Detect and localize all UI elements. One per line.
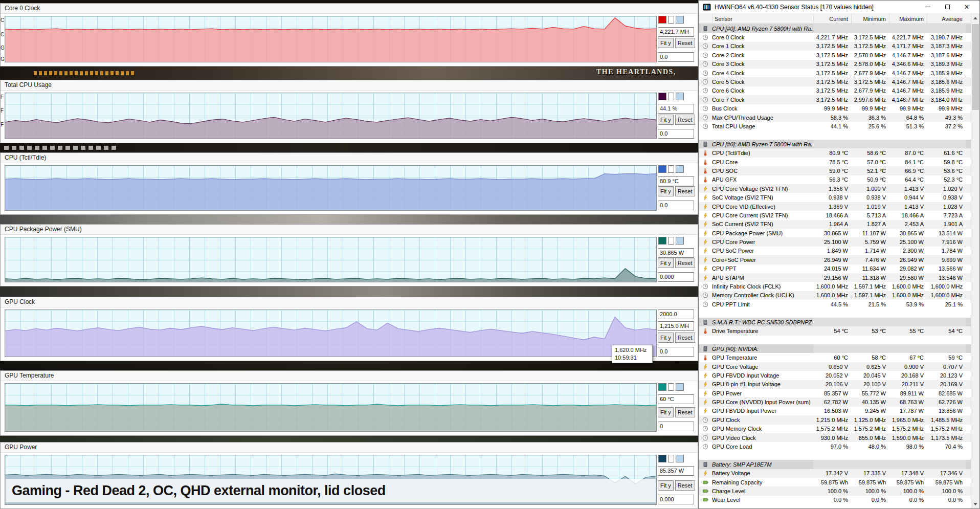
fit-y-button[interactable]: Fit y	[658, 115, 674, 125]
graph-plot-area[interactable]	[5, 237, 657, 282]
table-row[interactable]: Core 7 Clock3,172.5 MHz2,997.6 MHz4,146.…	[699, 95, 971, 104]
reset-button[interactable]: Reset	[675, 115, 695, 125]
table-row[interactable]: CPU Package Power (SMU)30.865 W11.187 W3…	[699, 229, 971, 237]
column-header-average[interactable]: Average	[927, 14, 966, 24]
series-style-box[interactable]	[668, 383, 674, 391]
table-row[interactable]: GPU Temperature60 °C58 °C67 °C59 °C	[699, 353, 971, 362]
series-style-controls[interactable]	[658, 165, 684, 173]
table-group-row[interactable]: GPU [#0]: NVIDIA:	[699, 344, 971, 353]
graph-plot-area[interactable]	[5, 165, 657, 211]
graph-window-title[interactable]: Total CPU Usage	[1, 80, 698, 91]
series-color-swatch[interactable]	[658, 165, 666, 173]
column-header-minimum[interactable]: Minimum	[851, 14, 889, 24]
series-color-swatch[interactable]	[658, 237, 666, 245]
table-row[interactable]: Drive Temperature54 °C53 °C55 °C54 °C	[699, 326, 971, 335]
table-group-row[interactable]: Battery: SMP AP18E7M	[699, 460, 971, 469]
table-row[interactable]: CPU PPT Limit44.5 %21.5 %53.9 %25.1 %	[699, 300, 971, 308]
table-row[interactable]: Core 0 Clock4,221.7 MHz3,172.5 MHz4,221.…	[699, 33, 971, 41]
y-axis-min-input[interactable]: 0.000	[658, 495, 694, 504]
table-row[interactable]: Charge Level100.0 %100.0 %100.0 %100.0 %	[699, 486, 971, 495]
fit-y-button[interactable]: Fit y	[658, 407, 674, 417]
y-axis-min-input[interactable]: 0	[658, 422, 694, 431]
graph-plot-area[interactable]	[5, 93, 657, 139]
column-header-maximum[interactable]: Maximum	[889, 14, 927, 24]
graph-window-title[interactable]: CPU Package Power (SMU)	[1, 225, 698, 235]
background-color-swatch[interactable]	[676, 16, 684, 24]
table-row[interactable]: Infinity Fabric Clock (FCLK)1,600.0 MHz1…	[699, 282, 971, 291]
table-row[interactable]: CPU PPT24.015 W11.634 W29.082 W13.566 W	[699, 264, 971, 273]
table-group-row[interactable]: CPU [#0]: AMD Ryzen 7 5800H with Ra...	[699, 140, 971, 148]
table-row[interactable]: CPU SoC Power1.849 W1.714 W2.300 W1.784 …	[699, 247, 971, 255]
background-color-swatch[interactable]	[676, 93, 684, 100]
series-style-controls[interactable]	[658, 383, 684, 391]
fit-y-button[interactable]: Fit y	[658, 333, 674, 343]
graph-plot-area[interactable]: Gaming - Red Dead 2, OC, QHD external mo…	[5, 455, 657, 505]
table-group-row[interactable]: CPU [#0]: AMD Ryzen 7 5800H with Ra...	[699, 24, 971, 33]
background-color-swatch[interactable]	[676, 383, 684, 391]
table-row[interactable]: SoC Voltage (SVI2 TFN)0.938 V0.938 V0.94…	[699, 193, 971, 202]
table-row[interactable]: Remaining Capacity59.875 Wh59.875 Wh59.8…	[699, 478, 971, 486]
graph-window-title[interactable]: GPU Temperature	[1, 371, 698, 381]
current-value-box[interactable]: 80.9 °C	[658, 176, 694, 186]
y-axis-min-input[interactable]: 0.0	[658, 201, 694, 210]
scrollbar-down-arrow[interactable]	[971, 500, 979, 508]
graph-window-title[interactable]: Core 0 Clock	[1, 4, 698, 14]
series-style-box[interactable]	[668, 16, 674, 24]
series-style-box[interactable]	[668, 455, 674, 462]
fit-y-button[interactable]: Fit y	[658, 480, 674, 491]
fit-y-button[interactable]: Fit y	[658, 258, 674, 268]
table-row[interactable]: Total CPU Usage44.1 %25.6 %51.3 %37.2 %	[699, 122, 971, 130]
table-row[interactable]: Battery Voltage17.342 V17.335 V17.348 V1…	[699, 469, 971, 478]
table-row[interactable]: Core 2 Clock3,172.5 MHz2,578.0 MHz4,146.…	[699, 51, 971, 59]
table-row[interactable]: CPU Core78.5 °C57.0 °C84.1 °C59.8 °C	[699, 158, 971, 166]
series-style-controls[interactable]	[658, 16, 684, 24]
graph-window-title[interactable]: GPU Clock	[1, 297, 698, 307]
table-row[interactable]: GPU Core Load97.0 %48.0 %98.0 %70.4 %	[699, 442, 971, 451]
table-row[interactable]: APU GFX56.3 °C50.9 °C64.4 °C52.3 °C	[699, 175, 971, 184]
series-color-swatch[interactable]	[658, 383, 666, 391]
y-axis-min-input[interactable]: 0.0	[658, 52, 694, 62]
graph-window-title[interactable]: GPU Power	[1, 442, 698, 453]
scrollbar-thumb[interactable]	[972, 24, 979, 110]
current-value-box[interactable]: 30.865 W	[658, 248, 694, 258]
table-row[interactable]: CPU (Tctl/Tdie)80.9 °C58.6 °C87.0 °C61.6…	[699, 148, 971, 157]
table-row[interactable]: GPU FBVDD Input Power16.503 W9.245 W17.7…	[699, 407, 971, 415]
reset-button[interactable]: Reset	[675, 480, 695, 491]
table-row[interactable]: Core 6 Clock3,172.5 MHz2,677.9 MHz4,146.…	[699, 86, 971, 95]
table-row[interactable]: Bus Clock99.9 MHz99.9 MHz99.9 MHz99.9 MH…	[699, 104, 971, 113]
series-color-swatch[interactable]	[658, 16, 666, 24]
y-axis-min-input[interactable]: 0.0	[658, 347, 694, 357]
table-row[interactable]: Core 1 Clock3,172.5 MHz3,172.5 MHz4,171.…	[699, 42, 971, 51]
fit-y-button[interactable]: Fit y	[658, 38, 674, 48]
maximize-button[interactable]	[938, 1, 957, 13]
table-row[interactable]: CPU Core VID (Effective)1.369 V1.019 V1.…	[699, 202, 971, 211]
series-style-box[interactable]	[668, 93, 674, 100]
close-button[interactable]: ×	[957, 1, 976, 13]
graph-plot-area[interactable]	[5, 383, 657, 432]
table-row[interactable]: Core 4 Clock3,172.5 MHz2,677.9 MHz4,146.…	[699, 69, 971, 77]
table-row[interactable]: GPU FBVDD Input Voltage20.052 V20.045 V2…	[699, 371, 971, 380]
table-row[interactable]: Max CPU/Thread Usage58.3 %36.3 %64.8 %49…	[699, 113, 971, 122]
reset-button[interactable]: Reset	[675, 333, 695, 343]
series-color-swatch[interactable]	[658, 93, 666, 100]
y-axis-max-input[interactable]: 2000.0	[658, 309, 694, 319]
table-row[interactable]: CPU Core Current (SVI2 TFN)18.466 A5.713…	[699, 211, 971, 219]
table-row[interactable]: SoC Current (SVI2 TFN)1.964 A1.827 A2.45…	[699, 220, 971, 229]
series-style-controls[interactable]	[658, 93, 684, 100]
table-group-row[interactable]: S.M.A.R.T.: WDC PC SN530 SDBPNPZ-...	[699, 318, 971, 326]
minimize-button[interactable]	[918, 1, 938, 13]
reset-button[interactable]: Reset	[675, 258, 695, 268]
table-row[interactable]: CPU Core Voltage (SVI2 TFN)1.356 V1.000 …	[699, 184, 971, 193]
y-axis-min-input[interactable]: 0.0	[658, 129, 694, 139]
reset-button[interactable]: Reset	[675, 186, 695, 196]
current-value-box[interactable]: 44.1 %	[658, 104, 694, 114]
series-style-box[interactable]	[668, 237, 674, 245]
column-header-sensor[interactable]: Sensor	[712, 14, 813, 24]
reset-button[interactable]: Reset	[675, 407, 695, 417]
table-row[interactable]: GPU 8-pin #1 Input Voltage20.106 V20.100…	[699, 380, 971, 389]
background-color-swatch[interactable]	[676, 165, 684, 173]
reset-button[interactable]: Reset	[675, 38, 695, 48]
fit-y-button[interactable]: Fit y	[658, 186, 674, 196]
background-color-swatch[interactable]	[676, 237, 684, 245]
current-value-box[interactable]: 60 °C	[658, 394, 694, 404]
